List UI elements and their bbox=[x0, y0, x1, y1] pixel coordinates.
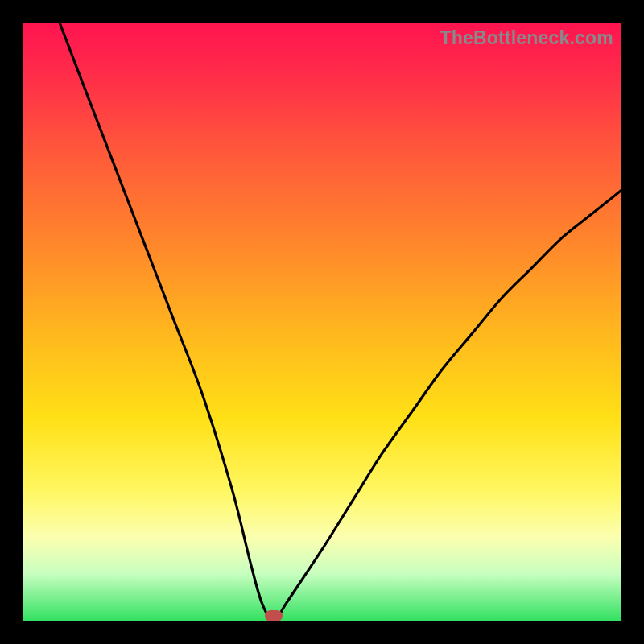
optimal-point-marker bbox=[265, 610, 283, 621]
bottleneck-curve bbox=[23, 23, 621, 621]
plot-area: TheBottleneck.com bbox=[23, 23, 621, 621]
chart-frame: TheBottleneck.com bbox=[0, 0, 644, 644]
